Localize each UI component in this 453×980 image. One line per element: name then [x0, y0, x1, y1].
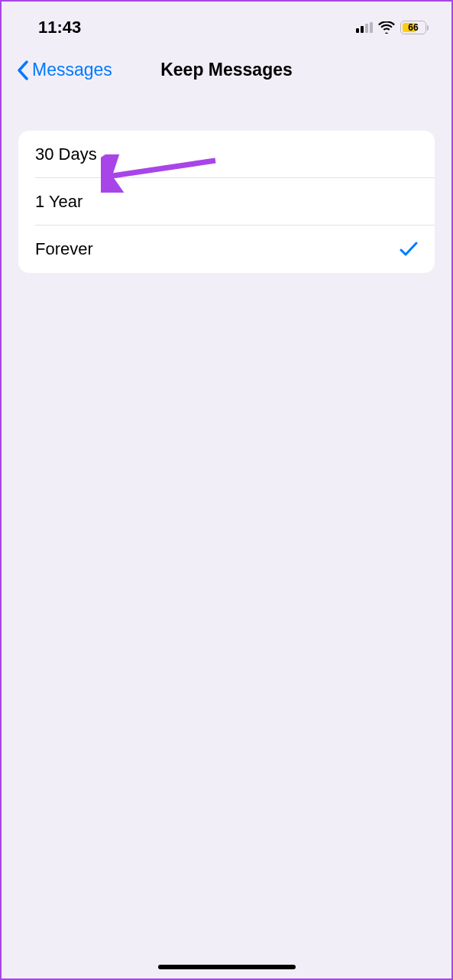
option-label: 1 Year — [35, 192, 83, 212]
page-title: Keep Messages — [160, 60, 293, 80]
battery-level: 66 — [408, 22, 418, 33]
options-list: 30 Days 1 Year Forever — [18, 131, 435, 273]
option-1-year[interactable]: 1 Year — [18, 178, 435, 226]
back-label: Messages — [32, 60, 112, 80]
battery-icon: 66 — [400, 21, 429, 34]
option-30-days[interactable]: 30 Days — [18, 131, 435, 178]
check-icon — [400, 241, 418, 258]
option-label: 30 Days — [35, 144, 97, 164]
status-time: 11:43 — [38, 18, 81, 37]
cellular-icon — [356, 22, 373, 33]
back-button[interactable]: Messages — [17, 60, 112, 80]
content-area: 30 Days 1 Year Forever — [2, 92, 451, 273]
status-bar: 11:43 66 — [2, 2, 451, 46]
chevron-left-icon — [17, 60, 29, 80]
status-indicators: 66 — [356, 21, 429, 34]
navigation-bar: Messages Keep Messages — [2, 46, 451, 92]
home-indicator[interactable] — [158, 965, 296, 969]
wifi-icon — [378, 21, 395, 34]
option-label: Forever — [35, 239, 93, 259]
option-forever[interactable]: Forever — [18, 226, 435, 273]
